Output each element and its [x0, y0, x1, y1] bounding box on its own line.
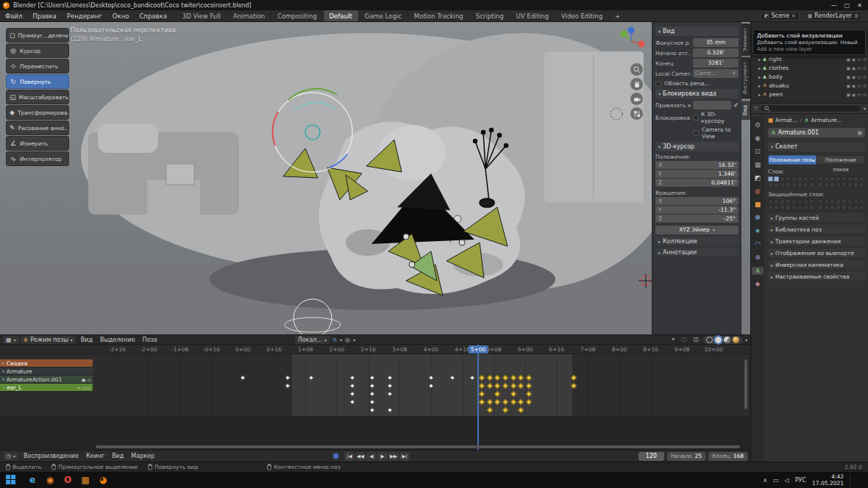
keyframe[interactable] [349, 391, 355, 397]
panel-header-3d-cursor[interactable]: ▾ 3D-курсор [655, 142, 739, 151]
ortho-toggle-button[interactable] [630, 107, 643, 120]
selectable-toggle-icon[interactable]: ▣ [846, 92, 850, 97]
close-button[interactable]: ✕ [857, 2, 862, 9]
tab-tool[interactable]: ⚙ [752, 121, 764, 129]
pan-hand-button[interactable] [630, 78, 643, 90]
cursor-rotation-field[interactable]: X 106° [655, 197, 739, 205]
render-disable-icon[interactable]: ⊙ [863, 74, 867, 79]
n-panel-tab[interactable]: Вид [741, 101, 750, 120]
keyframe[interactable] [479, 399, 485, 405]
orientation-dropdown[interactable]: Локал... ▾ [295, 336, 330, 344]
layer-cell[interactable] [824, 182, 829, 187]
layer-cell[interactable] [859, 182, 864, 187]
lock-to-cursor-checkbox[interactable] [693, 115, 699, 121]
blender-icon[interactable]: ◕ [94, 472, 112, 488]
layers-grid-b[interactable] [818, 176, 864, 187]
layer-cell[interactable] [824, 176, 829, 182]
view-layer-selector[interactable]: ▦ RenderLayer ⊞ [804, 12, 862, 21]
workspace-tab[interactable]: Motion Tracking [408, 10, 470, 21]
timeline-editor[interactable]: -2+16-2+00-1+08-0+160+000+161+082+002+16… [0, 345, 750, 450]
tool-interpolate[interactable]: ∿ Интерполятор [6, 151, 69, 166]
layer-cell[interactable] [786, 176, 791, 182]
menu-item[interactable]: Файл [0, 10, 27, 21]
tool-measure[interactable]: ∠ Измерить [6, 136, 69, 151]
keyframe[interactable] [494, 375, 500, 381]
workspace-tab[interactable]: Compositing [271, 10, 323, 21]
cursor-location-field[interactable]: Y 1.346' [655, 170, 739, 178]
keyframe[interactable] [510, 391, 516, 397]
rotation-order-dropdown[interactable]: XYZ Эйлер ▾ [655, 226, 739, 234]
render-region-checkbox[interactable] [655, 81, 661, 87]
protected-grid-a[interactable] [768, 199, 814, 210]
layer-cell[interactable] [842, 199, 847, 204]
render-disable-icon[interactable]: ⊙ [863, 57, 867, 62]
keyframe[interactable] [369, 375, 374, 381]
hide-eye-icon[interactable]: ◉ [852, 74, 855, 79]
zoom-button[interactable] [630, 63, 643, 76]
snap-dropdown-icon[interactable]: ▾ [340, 337, 342, 342]
tab-constraints[interactable]: ⊗ [752, 254, 764, 262]
layer-cell[interactable] [803, 182, 808, 187]
layer-cell[interactable] [780, 199, 785, 204]
keyframe[interactable] [494, 383, 500, 389]
keyframe[interactable] [479, 383, 485, 389]
layer-cell[interactable] [786, 205, 791, 210]
layer-cell[interactable] [774, 199, 779, 204]
hide-eye-icon[interactable]: ◉ [852, 65, 855, 71]
layer-cell[interactable] [803, 176, 808, 182]
workspace-tab[interactable]: Default [324, 10, 359, 21]
keyframe[interactable] [486, 399, 492, 405]
layer-cell[interactable] [859, 199, 864, 204]
tab-object[interactable]: ■ [752, 201, 764, 209]
channel-toggle-icons[interactable]: ∿ ◁ ⊡ [77, 385, 90, 390]
keyframe[interactable] [449, 375, 455, 381]
layer-cell[interactable] [803, 205, 808, 210]
layer-cell[interactable] [830, 205, 835, 210]
tab-physics[interactable]: ◠ [752, 240, 764, 248]
viewport-disable-icon[interactable]: ▭ [857, 74, 861, 79]
layer-cell[interactable] [791, 205, 797, 210]
workspace-tab[interactable]: Animation [227, 10, 271, 21]
expand-icon[interactable]: ▸ [758, 74, 761, 79]
pose-position-button[interactable]: Положение позы [768, 155, 817, 165]
layer-cell[interactable] [780, 205, 785, 210]
tool-scale[interactable]: ◱ Масштабировать [6, 90, 69, 104]
current-frame-field[interactable]: 120 [638, 452, 664, 461]
proportional-edit-icon[interactable]: ◎ [344, 337, 352, 343]
channel-row[interactable]: ▸ Сводка [0, 359, 93, 367]
protected-grid-b[interactable] [818, 199, 864, 210]
layer-cell[interactable] [859, 176, 864, 182]
render-disable-icon[interactable]: ⊙ [863, 83, 867, 88]
keyframe[interactable] [502, 407, 508, 413]
keyframe[interactable] [349, 383, 355, 389]
start-button[interactable] [6, 475, 16, 485]
gizmo-icon[interactable]: ⌖ [670, 336, 677, 343]
keyframe[interactable] [369, 383, 374, 389]
horizontal-scrollbar[interactable] [96, 445, 740, 448]
camera-view-button[interactable] [630, 93, 643, 105]
outliner-item[interactable]: ▸ ▲ clothes ▣ ◉ ▭ ⊙ [751, 63, 868, 72]
layer-cell[interactable] [847, 205, 853, 210]
jump-end-button[interactable]: ▶| [399, 452, 410, 461]
collapsed-panel-header[interactable]: ▸ Библиотека поз [768, 225, 865, 234]
tab-render[interactable]: ◉ [752, 134, 764, 143]
layer-cell[interactable] [853, 205, 858, 210]
setting-value-field[interactable]: 3281' [693, 59, 739, 68]
panel-header-view-lock[interactable]: ▾ Блокировка вида [655, 89, 739, 98]
channel-row[interactable]: ▾ Armature [0, 367, 93, 376]
keyframe[interactable] [526, 383, 532, 389]
keyframe[interactable] [494, 391, 500, 397]
rest-position-button[interactable]: Положение покоя [817, 155, 865, 165]
collapsed-panel-header[interactable]: ▸ Аннотации [655, 248, 739, 256]
render-disable-icon[interactable]: ⊙ [863, 92, 867, 97]
menu-item[interactable]: Рендеринг [62, 10, 107, 21]
rendered-shading-icon[interactable] [733, 337, 739, 343]
layer-cell[interactable] [786, 199, 791, 204]
workspace-tab[interactable]: Game Logic [359, 10, 408, 21]
playhead[interactable]: 5+00 [477, 345, 479, 450]
layer-cell[interactable] [768, 182, 773, 187]
local-camera-field[interactable]: Came... ✕ [693, 69, 739, 78]
layer-cell[interactable] [836, 199, 841, 204]
keyframe[interactable] [526, 399, 532, 405]
outliner-item[interactable]: ▸ ▲ right ▣ ◉ ▭ ⊙ [751, 54, 868, 63]
